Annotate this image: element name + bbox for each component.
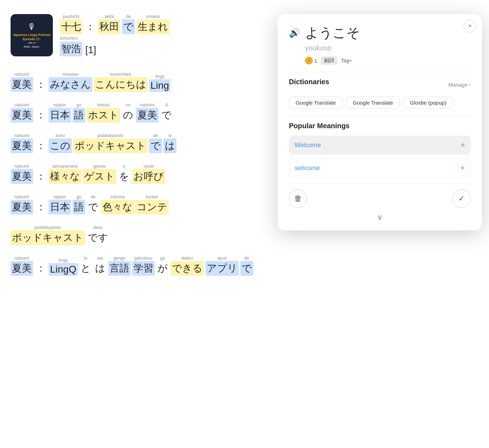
word-unit[interactable]: d で <box>160 102 173 123</box>
word-unit[interactable]: no の <box>122 102 135 123</box>
word-unit[interactable]: kono この <box>49 133 72 153</box>
word-unit[interactable]: gengo 言語 <box>108 256 131 276</box>
word-unit[interactable]: natsumi 夏美 <box>11 72 33 92</box>
word-unit[interactable]: samazamana 様々な <box>49 164 81 184</box>
kanji-word[interactable]: ゲスト <box>83 169 116 184</box>
kanji-word[interactable]: ホスト <box>87 108 120 123</box>
word-unit[interactable]: go 語 <box>73 102 85 123</box>
word-unit[interactable]: go 語 <box>73 194 85 214</box>
word-unit[interactable]: natsumi 夏美 <box>11 256 33 276</box>
kanji-word[interactable]: 生まれ <box>136 19 169 34</box>
sound-icon[interactable]: 🔊 <box>289 27 300 38</box>
word-unit[interactable]: natsumi 夏美 <box>11 164 33 184</box>
word-unit[interactable]: ga が <box>156 256 169 276</box>
word-unit[interactable]: natsumi 夏美 <box>11 102 33 123</box>
collapse-button[interactable]: ∨ <box>289 213 471 222</box>
kanji-word[interactable]: 様々な <box>49 169 81 184</box>
word-unit[interactable]: konten コンテ <box>135 194 169 214</box>
word-unit[interactable]: juushichi 十七 <box>60 14 82 34</box>
kanji-word[interactable]: みなさん <box>49 77 92 92</box>
kanji-word[interactable]: こんにちは <box>94 77 148 92</box>
word-unit[interactable]: to と <box>79 256 92 276</box>
kanji-word[interactable]: LingQ <box>49 263 78 276</box>
word-unit[interactable]: lingq Ling <box>149 74 171 92</box>
word-unit[interactable]: konnichiwa こんにちは <box>94 72 148 92</box>
word-unit[interactable]: poddokyasuto ポッドキャスト <box>73 133 148 153</box>
kanji-word[interactable]: の <box>122 108 135 123</box>
kanji-word[interactable]: で <box>122 19 135 34</box>
word-unit[interactable]: natsumi 夏美 <box>11 194 33 214</box>
word-unit[interactable]: apuri アプリ <box>205 256 239 276</box>
close-button[interactable]: × <box>464 20 476 32</box>
word-unit[interactable]: natsumi 夏美 <box>136 102 159 123</box>
word-unit[interactable]: lingq LingQ <box>49 258 78 276</box>
word-unit[interactable]: dekiru できる <box>171 256 204 276</box>
word-unit[interactable]: iroirona 色々な <box>101 194 134 214</box>
word-unit[interactable]: nippon 日本 <box>49 194 71 214</box>
kanji-word[interactable]: コンテ <box>135 200 169 214</box>
word-unit[interactable]: o を <box>118 164 131 184</box>
kanji-word[interactable]: 夏美 <box>11 261 33 276</box>
kanji-word[interactable]: を <box>118 169 131 184</box>
word-unit[interactable]: de で <box>87 194 100 214</box>
word-unit[interactable]: natsumi 夏美 <box>11 133 33 153</box>
word-unit[interactable]: minasan みなさん <box>49 72 92 92</box>
word-unit[interactable]: gakushuu 学習 <box>132 256 155 276</box>
manage-link[interactable]: Manage › <box>448 82 471 88</box>
kanji-word[interactable]: が <box>156 261 169 276</box>
kanji-word[interactable]: ポッドキャスト <box>11 230 85 245</box>
kanji-word[interactable]: できる <box>171 261 204 276</box>
kanji-word[interactable]: 智浩 <box>60 42 82 56</box>
delete-button[interactable]: 🗑 <box>289 189 307 208</box>
kanji-word[interactable]: で <box>160 108 173 123</box>
kanji-word[interactable]: で <box>240 261 253 276</box>
confirm-button[interactable]: ✓ <box>452 189 471 208</box>
dict-button-google2[interactable]: Google Translate <box>346 97 400 109</box>
word-unit[interactable]: w は <box>163 133 177 153</box>
kanji-word[interactable]: お呼び <box>132 169 165 184</box>
word-unit[interactable]: wa は <box>94 256 107 276</box>
word-unit[interactable]: gesuto ゲスト <box>83 164 116 184</box>
kanji-word[interactable]: 夏美 <box>11 200 33 214</box>
word-unit[interactable]: desu です <box>86 225 110 245</box>
word-unit[interactable]: poddokyasuto ポッドキャスト <box>11 225 85 245</box>
kanji-word[interactable]: です <box>86 230 110 245</box>
word-unit[interactable]: 智浩 <box>60 42 82 56</box>
add-meaning-1-button[interactable]: + <box>460 141 465 150</box>
dict-button-google1[interactable]: Google Translate <box>289 97 342 109</box>
kanji-word[interactable]: 夏美 <box>11 169 33 184</box>
tag-label[interactable]: 副詞 <box>321 56 338 65</box>
dict-button-glosbe[interactable]: Glosbe (popup) <box>403 97 453 109</box>
word-unit[interactable]: umares 生まれ <box>136 14 169 34</box>
meaning-item-2[interactable]: welcome + <box>289 158 471 178</box>
meaning-item-1[interactable]: Welcome . + <box>289 136 471 155</box>
kanji-word[interactable]: 夏美 <box>11 108 33 123</box>
kanji-word[interactable]: 日本 <box>49 108 71 123</box>
kanji-word[interactable]: 夏美 <box>136 108 159 123</box>
kanji-word[interactable]: Ling <box>149 79 171 92</box>
kanji-word[interactable]: 日本 <box>49 200 71 214</box>
kanji-word[interactable]: は <box>163 138 177 153</box>
word-unit[interactable]: de で <box>122 14 135 34</box>
kanji-word[interactable]: この <box>49 138 72 153</box>
kanji-word[interactable]: で <box>87 200 100 214</box>
kanji-word[interactable]: アプリ <box>205 261 239 276</box>
word-unit[interactable]: oyobi お呼び <box>132 164 165 184</box>
kanji-word[interactable]: 夏美 <box>11 138 33 153</box>
kanji-word[interactable]: 語 <box>73 108 85 123</box>
kanji-word[interactable]: 学習 <box>132 261 155 276</box>
word-unit[interactable]: hosuto ホスト <box>87 102 120 123</box>
kanji-word[interactable]: で <box>149 138 162 153</box>
word-unit[interactable]: akita 秋田 <box>98 14 120 34</box>
word-unit[interactable]: de で <box>240 256 253 276</box>
kanji-word[interactable]: 色々な <box>101 200 134 214</box>
kanji-word[interactable]: 言語 <box>108 261 131 276</box>
kanji-word[interactable]: 語 <box>73 200 85 214</box>
kanji-word[interactable]: は <box>94 261 107 276</box>
kanji-word[interactable]: 十七 <box>60 19 82 34</box>
kanji-word[interactable]: ポッドキャスト <box>73 138 148 153</box>
word-unit[interactable]: nippon 日本 <box>49 102 71 123</box>
tag-plus-button[interactable]: Tag+ <box>341 58 352 63</box>
add-meaning-2-button[interactable]: + <box>460 163 465 173</box>
word-unit[interactable]: de で <box>149 133 162 153</box>
